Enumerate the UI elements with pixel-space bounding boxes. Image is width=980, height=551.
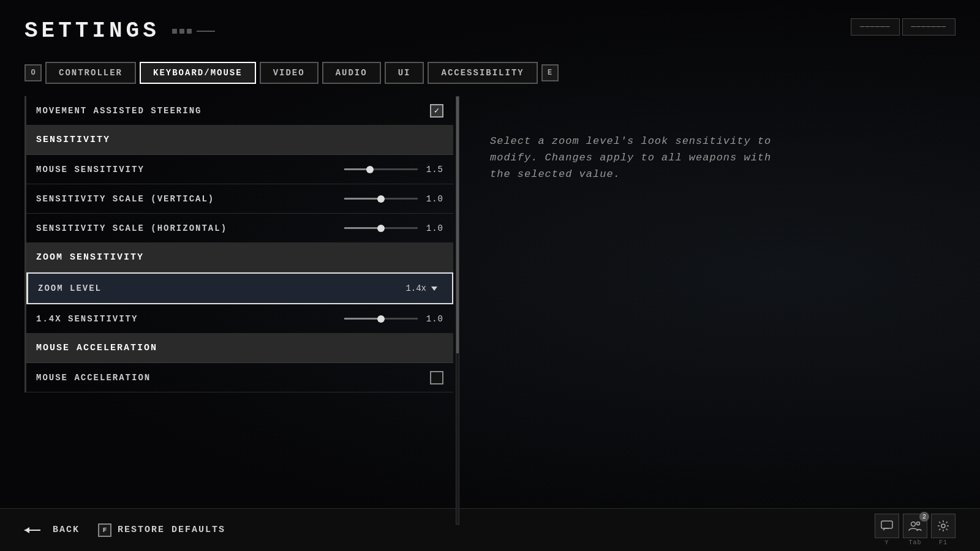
header-line: [197, 31, 215, 32]
right-panel: Select a zoom level's look sensitivity t…: [478, 96, 956, 525]
slider-1-4x-sensitivity[interactable]: 1.0: [344, 314, 443, 324]
slider-fill-sensitivity-horizontal: [344, 227, 381, 229]
slider-track-mouse-sensitivity[interactable]: [344, 168, 418, 170]
setting-row-mouse-acceleration[interactable]: MOUSE ACCELERATION: [26, 363, 453, 392]
top-right-btn1[interactable]: ——————: [851, 18, 899, 36]
setting-row-sensitivity-horizontal[interactable]: SENSITIVITY SCALE (HORIZONTAL) 1.0: [26, 214, 453, 243]
setting-row-zoom-level[interactable]: ZOOM LEVEL 1.4x: [26, 272, 453, 304]
section-sensitivity: SENSITIVITY: [26, 126, 453, 155]
checkbox-mouse-acceleration[interactable]: [430, 371, 443, 384]
header-dots: [172, 29, 215, 34]
tab-key-e: E: [541, 64, 559, 81]
tab-keyboard-mouse[interactable]: KEYBOARD/MOUSE: [140, 62, 256, 84]
header: SETTINGS: [24, 18, 956, 43]
slider-mouse-sensitivity[interactable]: 1.5: [344, 165, 443, 174]
content-area: MOVEMENT ASSISTED STEERING SENSITIVITY M…: [24, 96, 956, 525]
setting-row-movement-assisted-steering[interactable]: MOVEMENT ASSISTED STEERING: [26, 96, 453, 126]
setting-label-sensitivity-horizontal: SENSITIVITY SCALE (HORIZONTAL): [36, 223, 344, 233]
page-title: SETTINGS: [24, 18, 160, 43]
slider-value-sensitivity-vertical: 1.0: [425, 194, 443, 204]
setting-label-movement-assisted-steering: MOVEMENT ASSISTED STEERING: [36, 106, 430, 116]
setting-label-mouse-sensitivity: MOUSE SENSITIVITY: [36, 165, 344, 174]
section-mouse-acceleration: MOUSE ACCELERATION: [26, 334, 453, 363]
scroll-track[interactable]: [456, 96, 459, 525]
description-text: Select a zoom level's look sensitivity t…: [490, 133, 796, 183]
setting-row-1-4x-sensitivity[interactable]: 1.4X SENSITIVITY 1.0: [26, 304, 453, 334]
dropdown-zoom-level-value: 1.4x: [405, 283, 426, 293]
slider-thumb-sensitivity-vertical[interactable]: [377, 195, 385, 203]
section-label-sensitivity: SENSITIVITY: [36, 135, 443, 145]
setting-label-mouse-acceleration: MOUSE ACCELERATION: [36, 373, 430, 383]
slider-sensitivity-vertical[interactable]: 1.0: [344, 194, 443, 204]
tab-key-o: O: [24, 64, 42, 81]
settings-list: MOVEMENT ASSISTED STEERING SENSITIVITY M…: [24, 96, 453, 392]
top-right-btn2[interactable]: ———————: [902, 18, 956, 36]
tab-video[interactable]: VIDEO: [260, 62, 318, 84]
chevron-down-icon: [431, 287, 437, 291]
slider-sensitivity-horizontal[interactable]: 1.0: [344, 223, 443, 233]
tab-accessibility[interactable]: ACCESSIBILITY: [428, 62, 537, 84]
top-right-area: —————— ———————: [851, 18, 956, 36]
section-zoom-sensitivity: ZOOM SENSITIVITY: [26, 243, 453, 272]
tab-bar: O CONTROLLER KEYBOARD/MOUSE VIDEO AUDIO …: [24, 62, 956, 84]
dropdown-zoom-level[interactable]: 1.4x: [401, 281, 442, 296]
setting-label-zoom-level: ZOOM LEVEL: [38, 283, 401, 293]
setting-row-mouse-sensitivity[interactable]: MOUSE SENSITIVITY 1.5: [26, 155, 453, 184]
slider-fill-sensitivity-vertical: [344, 198, 381, 200]
slider-thumb-mouse-sensitivity[interactable]: [366, 166, 374, 173]
slider-thumb-sensitivity-horizontal[interactable]: [377, 225, 385, 232]
header-dot-1: [172, 29, 177, 34]
setting-label-sensitivity-vertical: SENSITIVITY SCALE (VERTICAL): [36, 194, 344, 204]
checkbox-movement-assisted-steering[interactable]: [430, 104, 443, 118]
slider-value-mouse-sensitivity: 1.5: [425, 165, 443, 174]
header-dot-3: [187, 29, 192, 34]
setting-label-1-4x-sensitivity: 1.4X SENSITIVITY: [36, 314, 344, 324]
section-label-zoom-sensitivity: ZOOM SENSITIVITY: [36, 252, 443, 263]
setting-row-sensitivity-vertical[interactable]: SENSITIVITY SCALE (VERTICAL) 1.0: [26, 184, 453, 214]
slider-value-1-4x-sensitivity: 1.0: [425, 314, 443, 324]
slider-fill-1-4x-sensitivity: [344, 318, 381, 320]
scroll-thumb[interactable]: [456, 97, 459, 353]
slider-track-sensitivity-horizontal[interactable]: [344, 227, 418, 229]
slider-thumb-1-4x-sensitivity[interactable]: [377, 315, 385, 323]
left-panel: MOVEMENT ASSISTED STEERING SENSITIVITY M…: [24, 96, 453, 525]
header-dot-2: [179, 29, 184, 34]
section-label-mouse-acceleration: MOUSE ACCELERATION: [36, 343, 443, 353]
tab-audio[interactable]: AUDIO: [322, 62, 381, 84]
tab-ui[interactable]: UI: [385, 62, 424, 84]
slider-track-1-4x-sensitivity[interactable]: [344, 318, 418, 320]
slider-track-sensitivity-vertical[interactable]: [344, 198, 418, 200]
tab-controller[interactable]: CONTROLLER: [45, 62, 136, 84]
slider-value-sensitivity-horizontal: 1.0: [425, 223, 443, 233]
